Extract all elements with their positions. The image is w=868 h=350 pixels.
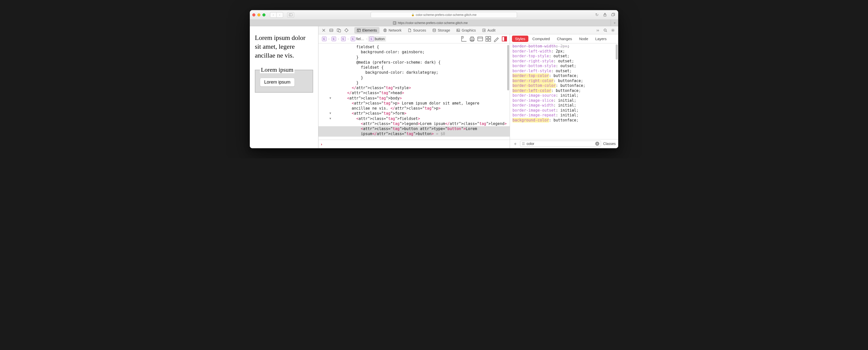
tab-elements-label: Elements <box>362 28 377 32</box>
dom-line[interactable]: </attr">class="tag">style> <box>318 85 510 90</box>
scrollbar[interactable] <box>507 45 509 90</box>
dom-line[interactable]: <attr">class="tag">body> <box>318 96 510 101</box>
classes-toggle[interactable]: Classes <box>603 142 616 146</box>
dom-line[interactable]: } <box>318 80 510 85</box>
tab-sources-label: Sources <box>413 28 426 32</box>
dom-line[interactable]: } <box>318 75 510 80</box>
forward-button[interactable]: › <box>277 12 283 18</box>
style-rule[interactable]: border-top-color: buttonface; <box>513 74 616 79</box>
crumb-form[interactable]: E <box>340 36 347 42</box>
favicon: C <box>393 21 396 25</box>
crumb-body-parent[interactable]: E <box>330 36 338 42</box>
crumb-fieldset[interactable]: Efiel… <box>349 36 366 42</box>
styles-list[interactable]: border-bottom-width: 2px;border-left-wid… <box>510 43 618 139</box>
svg-rect-0 <box>289 13 292 16</box>
style-rule[interactable]: border-left-color: buttonface; <box>513 88 616 93</box>
paint-icon[interactable] <box>493 36 500 42</box>
crumb-html[interactable]: E <box>320 36 328 42</box>
dock-side-icon[interactable] <box>328 27 335 33</box>
styles-filter-input[interactable]: ☰ color ✕ <box>520 141 601 147</box>
tabs-overview-icon[interactable] <box>610 12 616 18</box>
dom-line[interactable]: } <box>318 55 510 60</box>
dom-line[interactable]: </attr">class="tag">head> <box>318 90 510 95</box>
tab-storage[interactable]: Storage <box>430 27 453 34</box>
style-rule[interactable]: border-bottom-width: 2px; <box>513 44 616 49</box>
style-rule[interactable]: border-bottom-style: outset; <box>513 64 616 69</box>
dom-line[interactable]: ancillae ne vis. </attr">class="tag">p> <box>318 106 510 111</box>
tab-elements[interactable]: Elements <box>354 27 379 34</box>
style-rule[interactable]: border-left-style: outset; <box>513 69 616 74</box>
maximize-window[interactable] <box>262 13 266 17</box>
tab-sources[interactable]: Sources <box>405 27 429 34</box>
dom-line[interactable]: <attr">class="tag">p> Lorem ipsum dolor … <box>318 101 510 106</box>
print-styles-icon[interactable] <box>469 36 475 42</box>
devtools-body: E › E › E › Efiel… › Ebutton <box>318 34 618 148</box>
settings-gear-icon[interactable] <box>610 27 616 33</box>
dom-tree[interactable]: fieldset { background-color: gainsboro; … <box>318 43 510 140</box>
browser-window: ‹ › 🔒 color-scheme-prefers-color-scheme.… <box>250 10 618 148</box>
dom-line[interactable]: <attr">class="tag">form> <box>318 111 510 116</box>
tab-audit[interactable]: Audit <box>479 27 498 34</box>
styles-tab-computed[interactable]: Computed <box>529 36 553 42</box>
tab-network[interactable]: Network <box>380 27 404 34</box>
search-icon[interactable] <box>602 27 609 33</box>
dom-line[interactable]: background-color: darkslategray; <box>318 70 510 75</box>
new-tab-button[interactable]: ＋ <box>611 20 618 26</box>
svg-point-21 <box>604 29 606 31</box>
crumb-button[interactable]: Ebutton <box>368 36 386 42</box>
reload-button[interactable]: ↻ <box>593 12 600 18</box>
style-rule[interactable]: border-top-style: outset; <box>513 54 616 59</box>
compositing-icon[interactable] <box>501 36 508 42</box>
style-rule[interactable]: border-right-style: outset; <box>513 59 616 64</box>
lock-icon: 🔒 <box>411 13 414 16</box>
minimize-window[interactable] <box>257 13 260 17</box>
svg-rect-7 <box>339 30 341 32</box>
styles-pane: Styles Computed Changes Node Layers bord… <box>510 34 618 148</box>
style-rule[interactable]: border-image-width: initial; <box>513 103 616 108</box>
style-rule[interactable]: background-color: buttonface; <box>513 118 616 123</box>
dom-line[interactable]: <attr">class="tag">legend>Lorem ipsum</a… <box>318 121 510 126</box>
dom-line[interactable]: fieldset { <box>318 65 510 70</box>
style-rule[interactable]: border-image-repeat: initial; <box>513 113 616 118</box>
overflow-tabs-icon[interactable]: ›› <box>594 27 601 33</box>
close-window[interactable] <box>252 13 255 17</box>
window-controls <box>252 13 266 17</box>
style-rule[interactable]: border-image-outset: initial; <box>513 108 616 113</box>
element-picker-icon[interactable] <box>343 27 350 33</box>
dom-line[interactable]: background-color: gainsboro; <box>318 50 510 55</box>
style-rule[interactable]: border-right-color: buttonface; <box>513 79 616 84</box>
new-rule-button[interactable]: ＋ <box>513 141 518 146</box>
page-button[interactable]: Lorem ipsum <box>260 78 295 87</box>
svg-line-22 <box>606 31 607 32</box>
sidebar-toggle[interactable] <box>287 12 294 18</box>
responsive-icon[interactable] <box>336 27 342 33</box>
styles-tab-styles[interactable]: Styles <box>512 36 528 42</box>
close-devtools-icon[interactable] <box>320 27 327 33</box>
style-rule[interactable]: border-image-slice: initial; <box>513 98 616 103</box>
dom-line[interactable]: <attr">class="tag">fieldset> <box>318 116 510 121</box>
dom-line[interactable]: ipsum</attr">class="tag">button> = $0 <box>318 131 510 136</box>
tab-graphics[interactable]: Graphics <box>454 27 478 34</box>
svg-rect-18 <box>457 29 460 32</box>
layout-tool-icon[interactable] <box>461 36 467 42</box>
force-state-icon[interactable] <box>477 36 484 42</box>
browser-tab[interactable]: C https://color-scheme-prefers-color-sch… <box>250 20 611 26</box>
styles-tab-changes[interactable]: Changes <box>554 36 575 42</box>
style-rule[interactable]: border-bottom-color: buttonface; <box>513 83 616 88</box>
grid-overlay-icon[interactable] <box>485 36 492 42</box>
back-button[interactable]: ‹ <box>270 12 277 18</box>
dom-line[interactable]: <attr">class="tag">button attr">type="bu… <box>318 126 510 131</box>
scrollbar[interactable] <box>616 45 618 60</box>
style-rule[interactable]: border-left-width: 2px; <box>513 49 616 54</box>
share-icon[interactable] <box>602 12 608 18</box>
style-rule[interactable]: border-image-source: initial; <box>513 93 616 98</box>
styles-tab-node[interactable]: Node <box>576 36 591 42</box>
clear-filter-icon[interactable]: ✕ <box>595 142 599 146</box>
styles-tab-layers[interactable]: Layers <box>592 36 610 42</box>
tab-storage-label: Storage <box>438 28 450 32</box>
console-prompt[interactable]: › <box>318 140 510 148</box>
dom-line[interactable]: fieldset { <box>318 45 510 50</box>
dom-line[interactable]: @media (prefers-color-scheme: dark) { <box>318 60 510 65</box>
fieldset-legend: Lorem ipsum <box>260 66 294 73</box>
url-field[interactable]: 🔒 color-scheme-prefers-color-scheme.glit… <box>371 12 517 18</box>
